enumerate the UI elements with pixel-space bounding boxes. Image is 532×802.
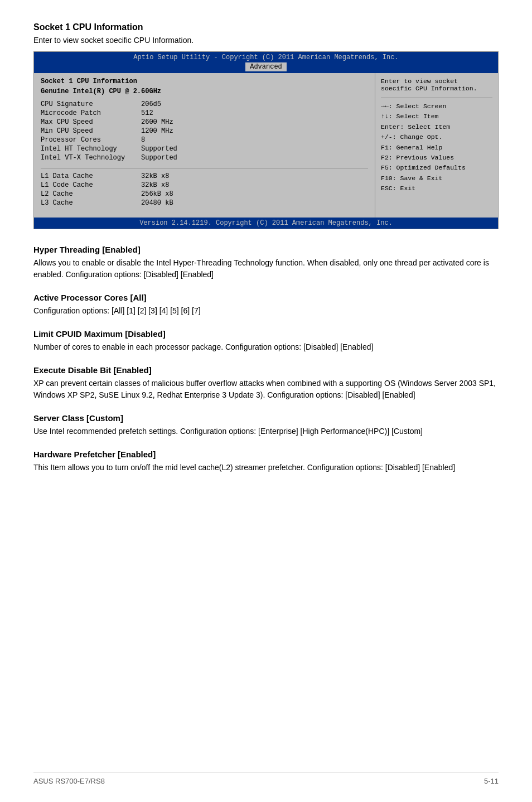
bios-row-value: Supported bbox=[141, 153, 368, 162]
bios-row: Intel HT TechnologySupported bbox=[41, 144, 368, 153]
bios-footer-text: Version 2.14.1219. Copyright (C) 2011 Am… bbox=[139, 219, 393, 227]
bios-header-text: Aptio Setup Utility - Copyright (C) 2011… bbox=[133, 54, 398, 61]
content-section: Execute Disable Bit [Enabled]XP can prev… bbox=[33, 365, 499, 401]
bios-row-label: Intel VT-X Technology bbox=[41, 153, 141, 162]
bios-cache-value: 32kB x8 bbox=[141, 181, 368, 190]
bios-cache-value: 256kB x8 bbox=[141, 190, 368, 199]
bios-row: CPU Signature206d5 bbox=[41, 100, 368, 109]
content-section: Limit CPUID Maximum [Disabled]Number of … bbox=[33, 329, 499, 353]
bios-row-value: 1200 MHz bbox=[141, 127, 368, 136]
bios-terminal: Aptio Setup Utility - Copyright (C) 2011… bbox=[33, 51, 499, 229]
bios-info-table: CPU Signature206d5Microcode Patch512Max … bbox=[41, 100, 368, 162]
footer-left: ASUS RS700-E7/RS8 bbox=[33, 777, 105, 785]
bios-cache-label: L3 Cache bbox=[41, 199, 141, 207]
bios-tab-advanced: Advanced bbox=[245, 62, 287, 71]
content-section: Hyper Threading [Enabled]Allows you to e… bbox=[33, 245, 499, 281]
bios-nav-help: →←: Select Screen↑↓: Select ItemEnter: S… bbox=[381, 102, 492, 194]
bios-row-value: 8 bbox=[141, 136, 368, 144]
content-section-title: Execute Disable Bit [Enabled] bbox=[33, 365, 499, 375]
bios-row: Max CPU Speed2600 MHz bbox=[41, 118, 368, 127]
bios-row: Microcode Patch512 bbox=[41, 109, 368, 118]
bios-cache-value: 20480 kB bbox=[141, 199, 368, 207]
bios-subtitle: Genuine Intel(R) CPU @ 2.60GHz bbox=[41, 88, 368, 95]
content-section-title: Hyper Threading [Enabled] bbox=[33, 245, 499, 254]
content-section-body: Number of cores to enable in each proces… bbox=[33, 341, 499, 353]
bios-nav-item: +/-: Change Opt. bbox=[381, 132, 492, 142]
content-section-title: Server Class [Custom] bbox=[33, 413, 499, 423]
content-section-body: This Item allows you to turn on/off the … bbox=[33, 462, 499, 474]
bios-cache-row: L1 Data Cache32kB x8 bbox=[41, 172, 368, 181]
bios-nav-item: ↑↓: Select Item bbox=[381, 112, 492, 122]
content-sections: Hyper Threading [Enabled]Allows you to e… bbox=[33, 245, 499, 474]
bios-nav-item: F5: Optimized Defaults bbox=[381, 163, 492, 173]
content-section: Hardware Prefetcher [Enabled]This Item a… bbox=[33, 450, 499, 474]
bios-footer: Version 2.14.1219. Copyright (C) 2011 Am… bbox=[34, 218, 498, 229]
bios-nav-item: ESC: Exit bbox=[381, 183, 492, 194]
bios-cache-row: L3 Cache20480 kB bbox=[41, 199, 368, 207]
bios-cache-row: L1 Code Cache32kB x8 bbox=[41, 181, 368, 190]
bios-cache-value: 32kB x8 bbox=[141, 172, 368, 181]
bios-row-label: CPU Signature bbox=[41, 100, 141, 109]
bios-row: Intel VT-X TechnologySupported bbox=[41, 153, 368, 162]
bios-row-value: Supported bbox=[141, 144, 368, 153]
bios-row-label: Min CPU Speed bbox=[41, 127, 141, 136]
bios-cache-row: L2 Cache256kB x8 bbox=[41, 190, 368, 199]
bios-nav-item: F10: Save & Exit bbox=[381, 173, 492, 183]
content-section: Active Processor Cores [All]Configuratio… bbox=[33, 293, 499, 317]
content-section-title: Limit CPUID Maximum [Disabled] bbox=[33, 329, 499, 339]
bios-row-label: Microcode Patch bbox=[41, 109, 141, 118]
bios-row-value: 2600 MHz bbox=[141, 118, 368, 127]
content-section-body: Configuration options: [All] [1] [2] [3]… bbox=[33, 305, 499, 317]
content-section-body: Use Intel recommended prefetch settings.… bbox=[33, 426, 499, 437]
bios-right-help: Enter to view socket soecific CPU Inform… bbox=[381, 78, 492, 92]
bios-left-panel: Socket 1 CPU Information Genuine Intel(R… bbox=[34, 73, 375, 218]
bios-row-label: Intel HT Technology bbox=[41, 144, 141, 153]
bios-cache-table: L1 Data Cache32kB x8L1 Code Cache32kB x8… bbox=[41, 172, 368, 207]
footer-right: 5-11 bbox=[484, 777, 499, 785]
bios-cache-label: L1 Data Cache bbox=[41, 172, 141, 181]
bios-row-value: 206d5 bbox=[141, 100, 368, 109]
bios-cache-label: L1 Code Cache bbox=[41, 181, 141, 190]
bios-header: Aptio Setup Utility - Copyright (C) 2011… bbox=[34, 52, 498, 73]
bios-section-title: Socket 1 CPU Information bbox=[41, 78, 368, 85]
bios-row-label: Processor Cores bbox=[41, 136, 141, 144]
bios-cache-label: L2 Cache bbox=[41, 190, 141, 199]
content-section-title: Hardware Prefetcher [Enabled] bbox=[33, 450, 499, 459]
main-desc: Enter to view socket soecific CPU Inform… bbox=[33, 36, 499, 45]
content-section-body: Allows you to enable or disable the Inte… bbox=[33, 257, 499, 281]
content-section-title: Active Processor Cores [All] bbox=[33, 293, 499, 302]
bios-right-panel: Enter to view socket soecific CPU Inform… bbox=[375, 73, 498, 218]
bios-nav-item: F2: Previous Values bbox=[381, 153, 492, 163]
bios-nav-item: Enter: Select Item bbox=[381, 122, 492, 132]
bios-nav-item: →←: Select Screen bbox=[381, 102, 492, 112]
bios-row: Processor Cores8 bbox=[41, 136, 368, 144]
content-section-body: XP can prevent certain classes of malici… bbox=[33, 378, 499, 401]
bios-row-value: 512 bbox=[141, 109, 368, 118]
bios-row: Min CPU Speed1200 MHz bbox=[41, 127, 368, 136]
bios-nav-item: F1: General Help bbox=[381, 143, 492, 153]
bios-row-label: Max CPU Speed bbox=[41, 118, 141, 127]
content-section: Server Class [Custom]Use Intel recommend… bbox=[33, 413, 499, 437]
main-title: Socket 1 CPU Information bbox=[33, 22, 499, 32]
page-footer: ASUS RS700-E7/RS8 5-11 bbox=[33, 772, 499, 785]
